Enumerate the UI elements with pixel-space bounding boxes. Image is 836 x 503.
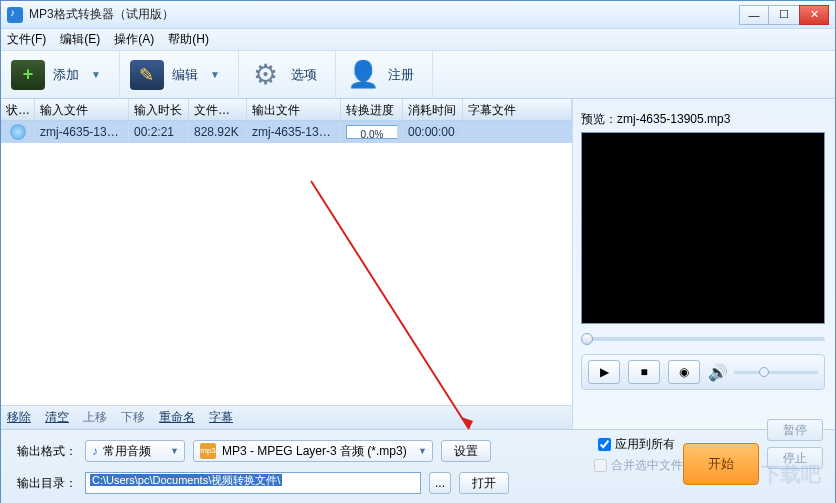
col-status[interactable]: 状态 bbox=[1, 99, 35, 120]
chevron-down-icon: ▼ bbox=[210, 69, 220, 80]
rename-link[interactable]: 重命名 bbox=[159, 409, 195, 426]
table-row[interactable]: zmj-4635-139... 00:2:21 828.92K zmj-4635… bbox=[1, 121, 572, 143]
edit-icon bbox=[130, 60, 164, 90]
file-list-panel: 状态 输入文件 输入时长 文件大小 输出文件 转换进度 消耗时间 字幕文件 zm… bbox=[1, 99, 573, 429]
volume-slider[interactable] bbox=[734, 371, 818, 374]
titlebar: MP3格式转换器（试用版） bbox=[1, 1, 835, 29]
menu-action[interactable]: 操作(A) bbox=[114, 31, 154, 48]
app-icon bbox=[7, 7, 23, 23]
toolbar: 添加▼ 编辑▼ 选项 注册 bbox=[1, 51, 835, 99]
gear-icon bbox=[249, 60, 283, 90]
options-button[interactable]: 选项 bbox=[239, 51, 336, 99]
menubar: 文件(F) 编辑(E) 操作(A) 帮助(H) bbox=[1, 29, 835, 51]
snapshot-button[interactable]: ◉ bbox=[668, 360, 700, 384]
volume-thumb[interactable] bbox=[759, 367, 769, 377]
cell-size: 828.92K bbox=[189, 122, 247, 142]
format-select[interactable]: mp3MP3 - MPEG Layer-3 音频 (*.mp3)▼ bbox=[193, 440, 433, 462]
maximize-button[interactable] bbox=[769, 5, 799, 25]
menu-file[interactable]: 文件(F) bbox=[7, 31, 46, 48]
output-dir-input[interactable]: C:\Users\pc\Documents\视频转换文件\ bbox=[85, 472, 421, 494]
add-button[interactable]: 添加▼ bbox=[1, 51, 120, 99]
dir-label: 输出目录： bbox=[13, 475, 77, 492]
browse-button[interactable]: ... bbox=[429, 472, 451, 494]
format-label: 输出格式： bbox=[13, 443, 77, 460]
minimize-button[interactable] bbox=[739, 5, 769, 25]
stop-playback-button[interactable]: ■ bbox=[628, 360, 660, 384]
col-subtitle[interactable]: 字幕文件 bbox=[463, 99, 572, 120]
menu-edit[interactable]: 编辑(E) bbox=[60, 31, 100, 48]
category-select[interactable]: ♪常用音频▼ bbox=[85, 440, 185, 462]
app-window: MP3格式转换器（试用版） 文件(F) 编辑(E) 操作(A) 帮助(H) 添加… bbox=[0, 0, 836, 503]
open-button[interactable]: 打开 bbox=[459, 472, 509, 494]
close-button[interactable] bbox=[799, 5, 829, 25]
stop-button[interactable]: 停止 bbox=[767, 447, 823, 469]
bottom-panel: 输出格式： ♪常用音频▼ mp3MP3 - MPEG Layer-3 音频 (*… bbox=[1, 429, 835, 503]
cell-output: zmj-4635-139... bbox=[247, 122, 341, 142]
cell-duration: 00:2:21 bbox=[129, 122, 189, 142]
play-button[interactable]: ▶ bbox=[588, 360, 620, 384]
col-elapsed[interactable]: 消耗时间 bbox=[403, 99, 463, 120]
remove-link[interactable]: 移除 bbox=[7, 409, 31, 426]
user-icon bbox=[346, 60, 380, 90]
menu-help[interactable]: 帮助(H) bbox=[168, 31, 209, 48]
edit-button[interactable]: 编辑▼ bbox=[120, 51, 239, 99]
clear-link[interactable]: 清空 bbox=[45, 409, 69, 426]
settings-button[interactable]: 设置 bbox=[441, 440, 491, 462]
col-progress[interactable]: 转换进度 bbox=[341, 99, 403, 120]
cell-input: zmj-4635-139... bbox=[35, 122, 129, 142]
start-button[interactable]: 开始 bbox=[683, 443, 759, 485]
col-output[interactable]: 输出文件 bbox=[247, 99, 341, 120]
window-title: MP3格式转换器（试用版） bbox=[29, 6, 739, 23]
cell-subtitle bbox=[463, 129, 572, 135]
list-actions: 移除 清空 上移 下移 重命名 字幕 bbox=[1, 405, 572, 429]
register-button[interactable]: 注册 bbox=[336, 51, 433, 99]
subtitle-link[interactable]: 字幕 bbox=[209, 409, 233, 426]
chevron-down-icon: ▼ bbox=[170, 446, 179, 456]
add-icon bbox=[11, 60, 45, 90]
merge-checkbox[interactable]: 合并选中文件 bbox=[594, 457, 683, 474]
down-link[interactable]: 下移 bbox=[121, 409, 145, 426]
cell-elapsed: 00:00:00 bbox=[403, 122, 463, 142]
mp3-icon: mp3 bbox=[200, 443, 216, 459]
note-icon: ♪ bbox=[92, 444, 98, 458]
preview-video[interactable] bbox=[581, 132, 825, 324]
table-body[interactable]: zmj-4635-139... 00:2:21 828.92K zmj-4635… bbox=[1, 121, 572, 405]
status-icon bbox=[10, 124, 26, 140]
seek-slider[interactable] bbox=[581, 330, 825, 348]
preview-panel: 预览：zmj-4635-13905.mp3 ▶ ■ ◉ 🔊 bbox=[573, 99, 835, 429]
preview-label: 预览：zmj-4635-13905.mp3 bbox=[581, 111, 827, 128]
volume-icon[interactable]: 🔊 bbox=[708, 363, 728, 382]
col-duration[interactable]: 输入时长 bbox=[129, 99, 189, 120]
col-size[interactable]: 文件大小 bbox=[189, 99, 247, 120]
chevron-down-icon: ▼ bbox=[418, 446, 427, 456]
player-controls: ▶ ■ ◉ 🔊 bbox=[581, 354, 825, 390]
apply-all-checkbox[interactable]: 应用到所有 bbox=[598, 436, 675, 453]
pause-button[interactable]: 暂停 bbox=[767, 419, 823, 441]
up-link[interactable]: 上移 bbox=[83, 409, 107, 426]
seek-thumb[interactable] bbox=[581, 333, 593, 345]
chevron-down-icon: ▼ bbox=[91, 69, 101, 80]
col-input[interactable]: 输入文件 bbox=[35, 99, 129, 120]
progress-value: 0.0% bbox=[346, 125, 398, 139]
table-header: 状态 输入文件 输入时长 文件大小 输出文件 转换进度 消耗时间 字幕文件 bbox=[1, 99, 572, 121]
